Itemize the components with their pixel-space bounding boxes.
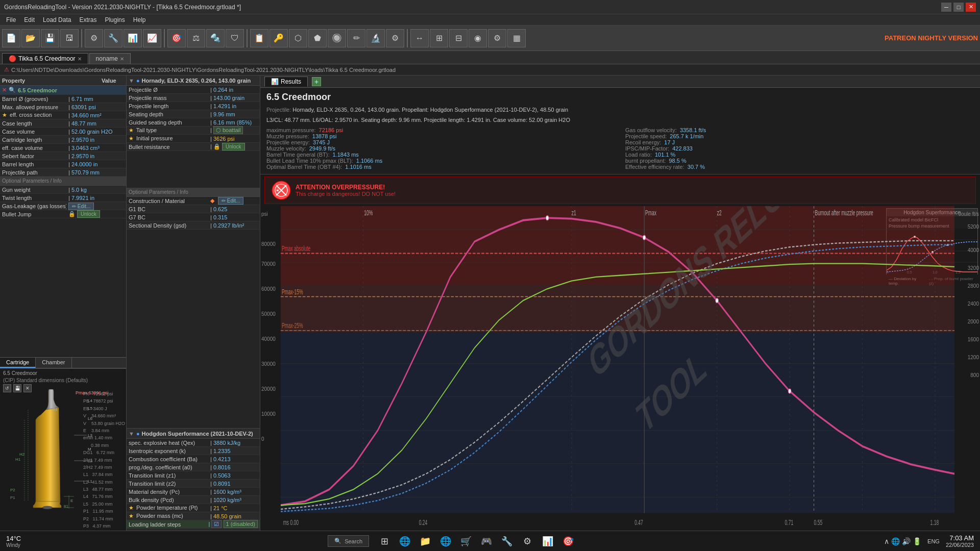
projectile-collapse-arrow[interactable]: ▼ bbox=[129, 78, 134, 84]
toolbar-btn13[interactable]: 🔘 bbox=[328, 29, 346, 47]
tab-noname-close[interactable]: ✕ bbox=[120, 56, 124, 62]
taskbar-store[interactable]: 🛒 bbox=[457, 532, 475, 550]
value-col-header: Value bbox=[102, 78, 116, 84]
stat-proj-speed: Projectile speed: 265.7 k 1/min bbox=[625, 133, 974, 139]
menu-plugins[interactable]: Plugins bbox=[101, 15, 129, 24]
close-button[interactable]: ✕ bbox=[966, 3, 976, 12]
results-tab[interactable]: 📊 6.5 Creedmoor Results bbox=[264, 77, 308, 87]
tab-tikka-close[interactable]: ✕ bbox=[78, 56, 82, 62]
toolbar-new[interactable]: 📄 bbox=[2, 29, 20, 47]
propellant-collapse-arrow[interactable]: ▼ bbox=[129, 431, 134, 437]
prop-projectile-path: Projectile path | 570.79 mm bbox=[0, 168, 126, 177]
clock-time: 7:03 AM bbox=[946, 534, 974, 542]
toolbar-btn21[interactable]: ⚙ bbox=[488, 29, 506, 47]
svg-text:Pmax-25%: Pmax-25% bbox=[282, 322, 303, 329]
cartridge-diagram-area: 6.5 Creedmoor (CIP) Standard dimensions … bbox=[0, 368, 126, 537]
mid-loading-ladder: Loading ladder steps | ☑ 1 (disabled) bbox=[127, 520, 260, 529]
chevron-up-icon[interactable]: ∧ bbox=[884, 537, 889, 545]
toolbar-btn22[interactable]: ▦ bbox=[507, 29, 526, 47]
toolbar-btn2[interactable]: 🔧 bbox=[104, 29, 122, 47]
load-row[interactable]: ✕ 🔍 6.5 Creedmoor bbox=[0, 86, 126, 95]
cartridge-tab[interactable]: Cartridge bbox=[0, 358, 36, 368]
volume-icon[interactable]: 🔊 bbox=[902, 537, 911, 545]
menu-edit[interactable]: Edit bbox=[20, 15, 39, 24]
stat-muzzle-velocity: Muzzle velocity: 2949.9 ft/s bbox=[266, 145, 615, 152]
dim-l2: L2 41.52 mm bbox=[83, 479, 125, 486]
toolbar-btn17[interactable]: ↔ bbox=[410, 29, 429, 47]
toolbar-btn4[interactable]: 📈 bbox=[143, 29, 161, 47]
prop-bullet-jump[interactable]: Bullet Jump 🔒 Unlock bbox=[0, 210, 126, 218]
mid-g1bc: G1 BC | 0.625 bbox=[127, 205, 260, 213]
stat-ipsc: IPSC/MIP-Factor: 422.833 bbox=[625, 145, 974, 152]
taskbar-start-btn[interactable]: ⊞ bbox=[375, 532, 394, 550]
add-results-tab[interactable]: + bbox=[312, 77, 321, 86]
stats-grid: maximum pressure: 72186 psi Muzzle press… bbox=[266, 127, 974, 170]
taskbar-xbox[interactable]: 🎮 bbox=[477, 532, 496, 550]
menu-file[interactable]: File bbox=[2, 15, 20, 24]
bullet-jump-unlock[interactable]: Unlock bbox=[77, 210, 100, 218]
svg-text:0.71: 0.71 bbox=[785, 519, 794, 526]
toolbar-btn19[interactable]: ⊟ bbox=[449, 29, 468, 47]
tab-noname[interactable]: noname ✕ bbox=[89, 53, 131, 64]
toolbar-btn12[interactable]: ⬟ bbox=[308, 29, 327, 47]
weather-info: 14°C Windy bbox=[0, 535, 27, 548]
menu-extras[interactable]: Extras bbox=[75, 15, 101, 24]
toolbar-btn11[interactable]: ⬡ bbox=[289, 29, 307, 47]
toolbar-save2[interactable]: 🖫 bbox=[60, 29, 79, 47]
toolbar-btn3[interactable]: 📊 bbox=[124, 29, 142, 47]
toolbar-save[interactable]: 💾 bbox=[41, 29, 59, 47]
taskbar-app3[interactable]: 📊 bbox=[538, 532, 557, 550]
taskbar-app4[interactable]: 🎯 bbox=[559, 532, 577, 550]
minimize-button[interactable]: ─ bbox=[941, 3, 951, 12]
chamber-tab[interactable]: Chamber bbox=[36, 358, 71, 368]
svg-text:ms 0.00: ms 0.00 bbox=[283, 519, 299, 526]
taskbar-widgets[interactable]: 🌐 bbox=[396, 532, 414, 550]
taskbar-app1[interactable]: 🔧 bbox=[498, 532, 516, 550]
prop-cross-section: ★ eff. cross section | 34.660 mm² bbox=[0, 111, 126, 119]
toolbar-btn10[interactable]: 🔑 bbox=[270, 29, 288, 47]
toolbar-btn18[interactable]: ⊞ bbox=[430, 29, 448, 47]
svg-text:Burnout after muzzle pressure: Burnout after muzzle pressure bbox=[815, 209, 873, 216]
toolbar-btn6[interactable]: ⚖ bbox=[187, 29, 205, 47]
language-indicator[interactable]: ENG bbox=[925, 538, 942, 544]
prop-gas-leakage[interactable]: Gas-Leakage (gas losses) ✏ Edit... bbox=[0, 202, 126, 210]
prop-barrel-grooves: Barrel Ø (grooves) | 6.71 mm bbox=[0, 95, 126, 103]
dim-l1: L1 37.84 mm bbox=[83, 471, 125, 478]
toolbar-btn16[interactable]: ⚙ bbox=[386, 29, 404, 47]
stat-blt: Bullet Lead Time 10% pmax (BLT): 1.1066 … bbox=[266, 158, 615, 164]
window-title: GordonsReloadingTool - Version 2021.2030… bbox=[4, 4, 241, 11]
bullet-resistance-unlock[interactable]: Unlock bbox=[222, 143, 245, 151]
battery-icon[interactable]: 🔋 bbox=[913, 537, 921, 545]
toolbar-btn1[interactable]: ⚙ bbox=[85, 29, 103, 47]
tab-tikka[interactable]: 🔴 Tikka 6.5 Creedmoor ✕ bbox=[2, 53, 88, 64]
toolbar-btn20[interactable]: ◉ bbox=[469, 29, 487, 47]
toolbar-btn14[interactable]: ✏ bbox=[347, 29, 365, 47]
construction-edit[interactable]: ✏ Edit... bbox=[218, 197, 243, 205]
propellant-icon: ● bbox=[136, 431, 140, 437]
taskbar-app2[interactable]: ⚙ bbox=[518, 532, 536, 550]
svg-text:0.24: 0.24 bbox=[419, 519, 428, 526]
mid-qex: spec. explosive heat (Qex) | 3880 kJ/kg bbox=[127, 439, 260, 447]
toolbar-btn5[interactable]: 🎯 bbox=[167, 29, 186, 47]
toolbar-open[interactable]: 📂 bbox=[21, 29, 40, 47]
network-icon[interactable]: 🌐 bbox=[891, 537, 900, 545]
gas-leakage-edit[interactable]: ✏ Edit... bbox=[68, 203, 94, 210]
menu-help[interactable]: Help bbox=[129, 15, 150, 24]
menu-loaddata[interactable]: Load Data bbox=[39, 15, 75, 24]
taskbar: 14°C Windy 🔍 Search ⊞ 🌐 📁 🌐 🛒 🎮 🔧 ⚙ 📊 🎯 … bbox=[0, 531, 980, 551]
taskbar-files[interactable]: 📁 bbox=[416, 532, 434, 550]
mid-isentropic: Isentropic exponent (k) | 1.2335 bbox=[127, 447, 260, 455]
toolbar-btn7[interactable]: 🔩 bbox=[206, 29, 225, 47]
load-search-icon: 🔍 bbox=[9, 87, 16, 93]
toolbar-btn8[interactable]: 🛡 bbox=[226, 29, 244, 47]
system-clock: 7:03 AM 22/06/2023 bbox=[946, 534, 974, 548]
taskbar-edge[interactable]: 🌐 bbox=[436, 532, 455, 550]
load-name: 6.5 Creedmoor bbox=[18, 87, 57, 93]
taskbar-search[interactable]: 🔍 Search bbox=[328, 535, 369, 547]
svg-text:0.55: 0.55 bbox=[814, 519, 823, 526]
maximize-button[interactable]: □ bbox=[953, 3, 964, 12]
toolbar-btn9[interactable]: 📋 bbox=[250, 29, 268, 47]
results-icon: 📊 bbox=[271, 78, 279, 85]
stat-proj-energy: Projectile energy: 3745 J bbox=[266, 139, 615, 145]
toolbar-btn15[interactable]: 🔬 bbox=[366, 29, 385, 47]
